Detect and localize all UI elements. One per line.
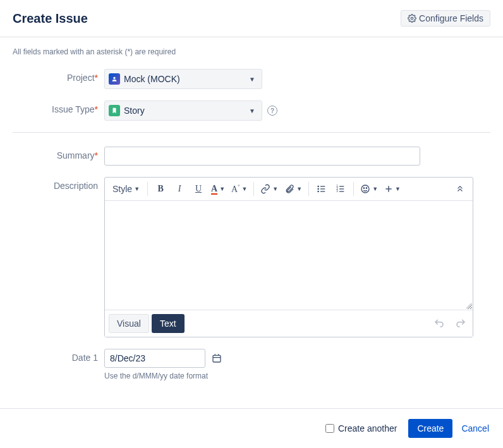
chevron-down-icon: ▼: [272, 186, 278, 192]
chevron-down-icon: ▼: [241, 186, 247, 192]
dialog-body: All fields marked with an asterisk (*) a…: [0, 37, 503, 408]
cancel-button[interactable]: Cancel: [460, 421, 490, 436]
svg-text:3: 3: [337, 190, 339, 193]
chevron-down-icon: ▼: [219, 186, 225, 192]
rte-numbered-list-button[interactable]: 123: [332, 180, 349, 198]
field-issue-type: Issue Type* Story ▼ ?: [13, 100, 490, 121]
svg-point-16: [367, 188, 367, 188]
svg-point-0: [411, 17, 413, 20]
label-issue-type: Issue Type*: [13, 100, 104, 114]
calendar-icon: [212, 353, 222, 363]
chevron-down-icon: ▼: [134, 186, 140, 192]
chevron-double-up-icon: [456, 185, 464, 193]
rte-attachment-dropdown[interactable]: ▼: [282, 180, 305, 198]
issue-type-select-value: Story: [124, 106, 246, 116]
rte-emoji-dropdown[interactable]: ▼: [358, 180, 380, 198]
project-select[interactable]: Mock (MOCK) ▼: [104, 69, 262, 89]
attachment-icon: [284, 184, 294, 194]
rte-collapse-button[interactable]: [451, 180, 469, 198]
dialog-footer: Create another Create Cancel: [0, 408, 503, 448]
rte-style-dropdown[interactable]: Style▼: [109, 180, 143, 198]
dialog-title: Create Issue: [13, 11, 88, 26]
chevron-down-icon: ▼: [372, 186, 378, 192]
project-select-value: Mock (MOCK): [124, 74, 246, 84]
rte-more-format-dropdown[interactable]: A° ▼: [229, 180, 250, 198]
help-icon[interactable]: ?: [267, 106, 277, 116]
chevron-down-icon: ▼: [395, 186, 401, 192]
resize-handle-icon[interactable]: [465, 302, 471, 308]
field-description: Description Style▼ B I U: [13, 177, 490, 337]
date1-hint: Use the d/MMM/yy date format: [104, 372, 490, 380]
chevron-down-icon: ▼: [296, 186, 302, 192]
rte-insert-dropdown[interactable]: ▼: [382, 180, 403, 198]
rte-italic-button[interactable]: I: [171, 180, 188, 198]
rte-textcolor-dropdown[interactable]: A ▼: [209, 180, 227, 198]
link-icon: [260, 184, 270, 194]
chevron-down-icon: ▼: [246, 107, 258, 114]
section-divider: [13, 132, 490, 133]
story-icon: [109, 105, 120, 116]
create-another-label[interactable]: Create another: [325, 423, 397, 433]
rte-toolbar: Style▼ B I U A ▼: [105, 178, 473, 201]
dialog-header: Create Issue Configure Fields: [0, 0, 503, 37]
required-star: *: [95, 150, 98, 160]
svg-rect-21: [213, 355, 221, 362]
configure-fields-button[interactable]: Configure Fields: [401, 10, 490, 27]
rte-link-dropdown[interactable]: ▼: [258, 180, 281, 198]
description-textarea[interactable]: [105, 201, 473, 310]
label-description: Description: [13, 177, 104, 191]
date1-input[interactable]: [104, 349, 205, 368]
text-mode-tab[interactable]: Text: [152, 314, 185, 333]
rte-underline-button[interactable]: U: [190, 180, 207, 198]
visual-mode-tab[interactable]: Visual: [109, 314, 149, 333]
configure-fields-label: Configure Fields: [419, 13, 483, 23]
summary-input[interactable]: [104, 147, 420, 166]
project-avatar-icon: [109, 73, 120, 85]
redo-button[interactable]: [452, 317, 469, 330]
svg-point-15: [364, 188, 365, 188]
plus-icon: [384, 185, 393, 193]
required-star: *: [95, 73, 98, 83]
field-summary: Summary*: [13, 147, 490, 166]
create-button[interactable]: Create: [408, 419, 452, 438]
required-star: *: [95, 104, 98, 114]
field-date1: Date 1 Use the d/MMM/yy date format: [13, 349, 490, 380]
label-summary: Summary*: [13, 147, 104, 160]
gear-icon: [408, 14, 416, 23]
bullet-list-icon: [317, 184, 327, 194]
create-another-checkbox[interactable]: [325, 424, 334, 433]
create-issue-dialog: Create Issue Configure Fields All fields…: [0, 0, 503, 448]
rte-footer: Visual Text: [105, 310, 473, 337]
svg-line-20: [469, 306, 471, 308]
svg-point-14: [361, 185, 369, 193]
svg-point-2: [318, 186, 318, 186]
chevron-down-icon: ▼: [246, 76, 258, 83]
undo-icon: [433, 318, 445, 329]
numbered-list-icon: 123: [336, 184, 346, 194]
rich-text-editor: Style▼ B I U A ▼: [104, 177, 473, 337]
required-note: All fields marked with an asterisk (*) a…: [13, 47, 490, 56]
date-picker-button[interactable]: [209, 349, 224, 368]
field-project: Project* Mock (MOCK) ▼: [13, 69, 490, 89]
svg-point-1: [113, 77, 115, 79]
rte-bullet-list-button[interactable]: [313, 180, 330, 198]
svg-point-6: [318, 191, 318, 191]
redo-icon: [455, 318, 466, 329]
issue-type-select[interactable]: Story ▼: [104, 100, 262, 121]
undo-button[interactable]: [431, 317, 447, 330]
label-project: Project*: [13, 69, 104, 83]
emoji-icon: [360, 184, 370, 194]
svg-point-4: [318, 188, 318, 189]
label-date1: Date 1: [13, 349, 104, 363]
rte-bold-button[interactable]: B: [152, 180, 169, 198]
svg-line-19: [466, 303, 471, 308]
